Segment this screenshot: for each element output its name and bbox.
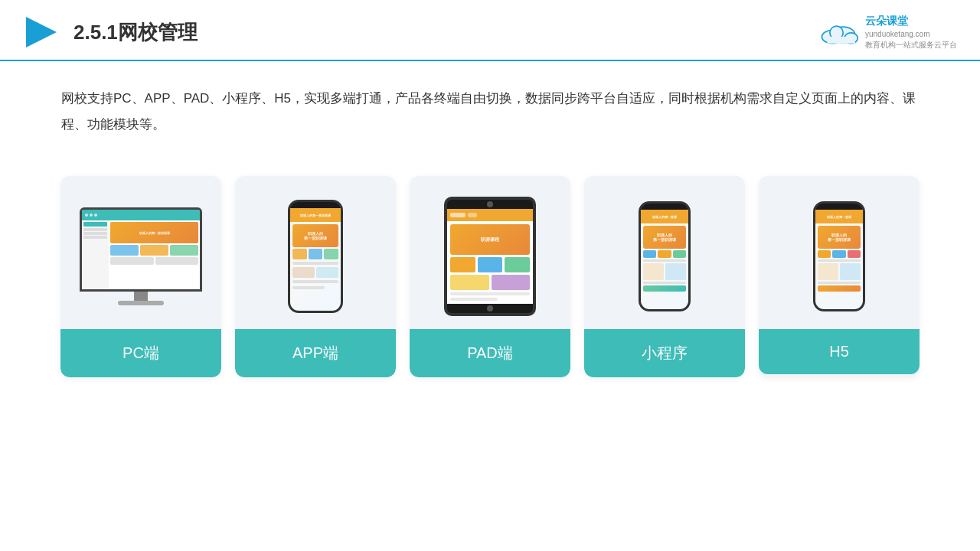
play-icon [23, 14, 60, 51]
logo-text: 云朵课堂 yunduoketang.com 教育机构一站式服务云平台 [865, 14, 957, 51]
card-pad-label: PAD端 [410, 329, 570, 377]
card-app-image: 职涯人的第一堂职涯课 职涯人的第一堂职涯课 [235, 176, 396, 329]
card-miniprogram-label: 小程序 [584, 329, 745, 377]
header-left: 2.5.1网校管理 [23, 14, 198, 51]
cards-container: 职涯人的第一堂职涯课 [0, 153, 980, 400]
card-pc: 职涯人的第一堂职涯课 [60, 176, 221, 377]
pad-mockup: 职涯课程 [444, 197, 536, 316]
card-h5: 职涯人的第一堂课 职涯人的第一堂职涯课 [759, 176, 920, 377]
card-app-label: APP端 [235, 329, 396, 377]
h5-mockup: 职涯人的第一堂课 职涯人的第一堂职涯课 [813, 201, 865, 311]
description-text: 网校支持PC、APP、PAD、小程序、H5，实现多端打通，产品各终端自由切换，数… [0, 61, 980, 153]
app-mockup: 职涯人的第一堂职涯课 职涯人的第一堂职涯课 [288, 200, 343, 313]
logo-icon [819, 18, 859, 47]
logo-area: 云朵课堂 yunduoketang.com 教育机构一站式服务云平台 [819, 14, 957, 51]
card-miniprogram-image: 职涯人的第一堂课 职涯人的第一堂职涯课 [584, 176, 745, 329]
svg-rect-5 [827, 37, 854, 44]
card-pad: 职涯课程 [410, 176, 570, 377]
pc-mockup: 职涯人的第一堂职涯课 [80, 207, 202, 305]
card-miniprogram: 职涯人的第一堂课 职涯人的第一堂职涯课 [584, 176, 745, 377]
page-title: 2.5.1网校管理 [74, 19, 198, 46]
svg-marker-0 [26, 17, 57, 47]
card-app: 职涯人的第一堂职涯课 职涯人的第一堂职涯课 [235, 176, 396, 377]
card-pc-image: 职涯人的第一堂职涯课 [60, 176, 221, 329]
card-h5-image: 职涯人的第一堂课 职涯人的第一堂职涯课 [759, 176, 920, 329]
header: 2.5.1网校管理 云朵课堂 yunduoketang.com 教育机构一站式服… [0, 0, 980, 61]
miniprogram-mockup: 职涯人的第一堂课 职涯人的第一堂职涯课 [639, 201, 691, 311]
card-h5-label: H5 [759, 329, 920, 374]
card-pad-image: 职涯课程 [410, 176, 570, 329]
card-pc-label: PC端 [60, 329, 221, 377]
